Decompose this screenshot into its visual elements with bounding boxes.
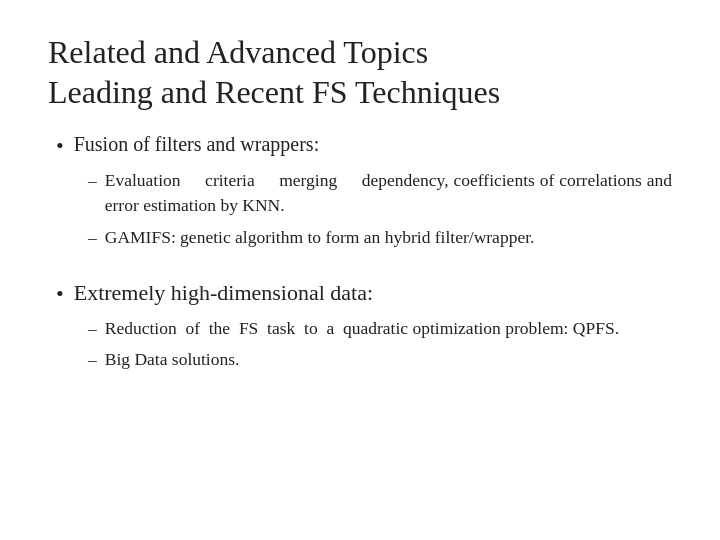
sub-items-1: – Evaluation criteria merging dependency… — [56, 168, 672, 250]
sub-item-2a: – Reduction of the FS task to a quadrati… — [88, 316, 672, 341]
sub-dash-1b: – — [88, 225, 97, 250]
sub-text-2b: Big Data solutions. — [105, 347, 240, 372]
title-line2: Leading and Recent FS Techniques — [48, 74, 500, 110]
sub-item-1b: – GAMIFS: genetic algorithm to form an h… — [88, 225, 672, 250]
sub-item-2b: – Big Data solutions. — [88, 347, 672, 372]
bullet-main-text-1: Fusion of filters and wrappers: — [74, 130, 320, 158]
sub-text-1b: GAMIFS: genetic algorithm to form an hyb… — [105, 225, 535, 250]
sub-dash-2b: – — [88, 347, 97, 372]
sub-text-1a: Evaluation criteria merging dependency, … — [105, 168, 672, 219]
bullet-item-2: • Extremely high-dimensional data: – Red… — [56, 278, 672, 373]
bullet-dot-1: • — [56, 131, 64, 162]
divider-space — [56, 260, 672, 268]
sub-item-1a: – Evaluation criteria merging dependency… — [88, 168, 672, 219]
sub-items-2: – Reduction of the FS task to a quadrati… — [56, 316, 672, 373]
sub-dash-1a: – — [88, 168, 97, 193]
content-block: • Fusion of filters and wrappers: – Eval… — [48, 130, 672, 372]
slide-title: Related and Advanced Topics Leading and … — [48, 32, 672, 112]
bullet-main-2: • Extremely high-dimensional data: — [56, 278, 672, 310]
bullet-main-1: • Fusion of filters and wrappers: — [56, 130, 672, 162]
bullet-main-text-2: Extremely high-dimensional data: — [74, 278, 373, 309]
sub-dash-2a: – — [88, 316, 97, 341]
title-block: Related and Advanced Topics Leading and … — [48, 32, 672, 112]
title-line1: Related and Advanced Topics — [48, 34, 428, 70]
slide-container: Related and Advanced Topics Leading and … — [0, 0, 720, 540]
bullet-item-1: • Fusion of filters and wrappers: – Eval… — [56, 130, 672, 250]
bullet-dot-2: • — [56, 279, 64, 310]
sub-text-2a: Reduction of the FS task to a quadratic … — [105, 316, 619, 341]
